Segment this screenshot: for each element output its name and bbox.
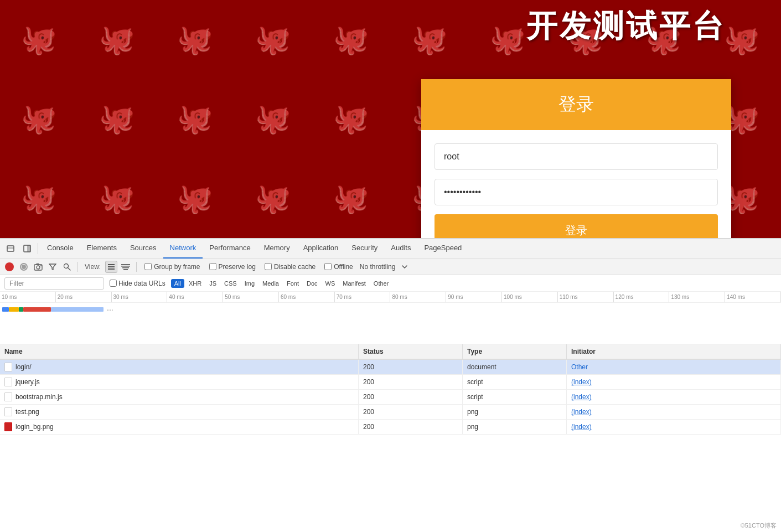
td-type-loginbg: png: [463, 420, 567, 434]
login-body: 登录: [421, 130, 731, 238]
search-button[interactable]: [61, 261, 73, 273]
ruler-tick-90ms: 90 ms: [446, 292, 502, 302]
throttling-dropdown-btn[interactable]: [399, 261, 411, 273]
hide-data-urls-checkbox[interactable]: [110, 280, 117, 287]
tab-memory[interactable]: Memory: [257, 239, 297, 259]
ruler-tick-50ms: 50 ms: [223, 292, 279, 302]
group-by-frame-label[interactable]: Group by frame: [144, 263, 200, 271]
filter-media-btn[interactable]: Media: [259, 279, 282, 288]
login-button[interactable]: 登录: [435, 214, 718, 238]
view-list-btn[interactable]: [105, 261, 117, 273]
filter-input[interactable]: [4, 277, 104, 290]
tab-network[interactable]: Network: [163, 239, 203, 259]
td-status-login: 200: [359, 360, 463, 374]
filter-other-btn[interactable]: Other: [370, 279, 392, 288]
preserve-log-text: Preserve log: [219, 263, 256, 271]
view-label: View:: [85, 263, 101, 271]
th-initiator[interactable]: Initiator: [567, 344, 781, 359]
ruler-tick-100ms: 100 ms: [502, 292, 558, 302]
browser-content: 🐙 🐙 🐙 🐙 🐙 🐙 🐙 🐙 🐙 🐙 🐙 🐙 🐙 🐙 🐙 🐙 🐙 🐙 🐙 🐙 …: [0, 0, 781, 238]
th-status[interactable]: Status: [359, 344, 463, 359]
record-button[interactable]: [3, 261, 15, 273]
view-waterfall-btn[interactable]: [120, 261, 132, 273]
filter-font-btn[interactable]: Font: [283, 279, 302, 288]
filter-button[interactable]: [46, 261, 59, 273]
timeline-bars: ···: [0, 303, 781, 344]
table-row[interactable]: login/ 200 document Other: [0, 360, 781, 375]
timeline-ruler: 10 ms 20 ms 30 ms 40 ms 50 ms 60 ms 70 m…: [0, 292, 781, 303]
tab-security[interactable]: Security: [345, 239, 384, 259]
filter-manifest-btn[interactable]: Manifest: [339, 279, 369, 288]
wf-more-indicator: ···: [107, 307, 113, 312]
td-name-loginbg: login_bg.png: [0, 420, 359, 434]
group-by-frame-text: Group by frame: [154, 263, 200, 271]
screenshot-button[interactable]: [32, 261, 44, 273]
svg-rect-3: [27, 245, 30, 252]
td-type-jquery: script: [463, 375, 567, 389]
filter-css-btn[interactable]: CSS: [221, 279, 240, 288]
wf-ttfb: [23, 307, 51, 312]
hide-data-urls-label[interactable]: Hide data URLs: [110, 280, 165, 287]
tab-application[interactable]: Application: [297, 239, 345, 259]
td-status-jquery: 200: [359, 375, 463, 389]
tab-performance[interactable]: Performance: [203, 239, 257, 259]
devtools-toggle-icon[interactable]: [3, 241, 18, 256]
td-initiator-loginbg: (index): [567, 420, 781, 434]
ruler-tick-70ms: 70 ms: [335, 292, 391, 302]
filter-xhr-btn[interactable]: XHR: [185, 279, 205, 288]
td-name-jquery: jquery.js: [0, 375, 359, 389]
offline-checkbox[interactable]: [324, 263, 332, 270]
filter-doc-btn[interactable]: Doc: [303, 279, 321, 288]
filter-ws-btn[interactable]: WS: [322, 279, 339, 288]
filter-img-btn[interactable]: Img: [241, 279, 258, 288]
network-toolbar: View: Group by frame Preserve log: [0, 259, 781, 275]
th-name[interactable]: Name: [0, 344, 359, 359]
record-indicator: [5, 262, 14, 271]
filter-js-btn[interactable]: JS: [206, 279, 220, 288]
password-input[interactable]: [435, 179, 718, 205]
wf-content: [51, 307, 104, 312]
table-row[interactable]: jquery.js 200 script (index): [0, 375, 781, 390]
file-icon-loginbg: [4, 422, 12, 431]
svg-rect-15: [122, 267, 129, 268]
ruler-tick-10ms: 10 ms: [0, 292, 56, 302]
td-initiator-login: Other: [567, 360, 781, 374]
file-icon-login: [4, 363, 12, 371]
username-input[interactable]: [435, 143, 718, 170]
throttling-value: No throttling: [360, 263, 396, 271]
clear-button[interactable]: [18, 261, 30, 273]
offline-label[interactable]: Offline: [324, 263, 353, 271]
file-icon-testpng: [4, 407, 12, 416]
group-by-frame-checkbox[interactable]: [144, 263, 152, 270]
tab-elements[interactable]: Elements: [80, 239, 123, 259]
ruler-tick-30ms: 30 ms: [112, 292, 168, 302]
td-type-testpng: png: [463, 405, 567, 419]
disable-cache-checkbox[interactable]: [265, 263, 272, 270]
ruler-tick-40ms: 40 ms: [167, 292, 223, 302]
preserve-log-checkbox[interactable]: [209, 263, 216, 270]
tab-audits[interactable]: Audits: [384, 239, 417, 259]
toolbar-sep-1: [77, 262, 78, 272]
table-row[interactable]: bootstrap.min.js 200 script (index): [0, 390, 781, 405]
svg-point-7: [40, 265, 42, 266]
filter-all-btn[interactable]: All: [171, 279, 184, 288]
ruler-tick-80ms: 80 ms: [390, 292, 446, 302]
td-status-testpng: 200: [359, 405, 463, 419]
ruler-tick-140ms: 140 ms: [725, 292, 781, 302]
login-card: 登录 登录: [421, 79, 731, 238]
table-row[interactable]: login_bg.png 200 png (index): [0, 420, 781, 435]
preserve-log-label[interactable]: Preserve log: [209, 263, 256, 271]
svg-line-9: [68, 267, 71, 270]
td-type-bootstrap: script: [463, 390, 567, 404]
tab-console[interactable]: Console: [40, 239, 80, 259]
disable-cache-label[interactable]: Disable cache: [265, 263, 315, 271]
th-type[interactable]: Type: [463, 344, 567, 359]
tab-sources[interactable]: Sources: [123, 239, 163, 259]
tab-pagespeed[interactable]: PageSpeed: [417, 239, 468, 259]
svg-rect-13: [121, 264, 130, 265]
table-row[interactable]: test.png 200 png (index): [0, 405, 781, 420]
devtools-dock-icon[interactable]: [19, 241, 35, 256]
td-initiator-testpng: (index): [567, 405, 781, 419]
svg-rect-16: [123, 269, 128, 270]
svg-rect-14: [121, 266, 130, 267]
